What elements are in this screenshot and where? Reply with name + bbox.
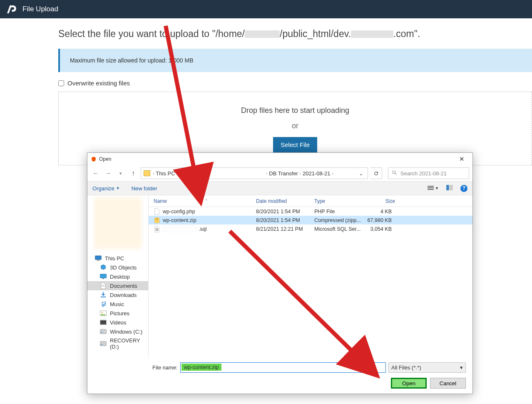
folder-icon — [100, 301, 107, 307]
svg-rect-17 — [100, 320, 107, 321]
nav-recent-button[interactable]: ▾ — [116, 168, 126, 178]
crumb-sep-icon: › — [332, 171, 333, 176]
tree-item-network[interactable]: ›Network — [87, 356, 148, 357]
cpanel-logo-icon — [7, 4, 17, 15]
file-open-dialog: Open ✕ ← → ▾ ↑ › This PC › Documents › ›… — [87, 152, 473, 394]
tree-item[interactable]: RECOVERY (D:) — [87, 336, 148, 351]
info-banner: Maximum file size allowed for upload: 1,… — [58, 49, 532, 72]
overwrite-checkbox-row[interactable]: Overwrite existing files — [58, 80, 532, 87]
tree-quick-access-blurred — [94, 197, 142, 249]
svg-rect-10 — [102, 278, 104, 279]
crumb-sep-icon: › — [209, 171, 210, 176]
organize-button[interactable]: Organize▼ — [92, 185, 120, 192]
file-filter-dropdown[interactable]: All Files (*.*) — [388, 362, 466, 373]
file-icon — [154, 208, 160, 215]
folder-icon — [100, 340, 107, 347]
file-row[interactable]: wp-config.php8/20/2021 1:54 PMPHP File4 … — [149, 207, 472, 216]
folder-icon — [100, 264, 107, 271]
new-folder-button[interactable]: New folder — [132, 185, 157, 192]
breadcrumb-item-redacted[interactable] — [212, 170, 264, 177]
svg-rect-8 — [97, 260, 99, 261]
upload-heading: Select the file you want to upload to "/… — [58, 28, 532, 40]
address-bar[interactable]: › This PC › Documents › › DB Transfer › … — [141, 167, 368, 179]
cancel-button[interactable]: Cancel — [430, 378, 466, 389]
col-name-header[interactable]: Name˄ — [149, 198, 256, 204]
svg-rect-19 — [100, 329, 107, 334]
search-input[interactable]: Search 2021-08-21 — [388, 167, 469, 179]
crumb-sep-icon: › — [266, 171, 267, 176]
dropzone-or: or — [59, 122, 532, 130]
breadcrumb-item[interactable]: Documents — [180, 170, 207, 177]
file-icon — [154, 217, 160, 224]
svg-rect-28 — [156, 229, 159, 229]
svg-rect-9 — [100, 274, 107, 278]
view-mode-button[interactable]: ▼ — [428, 186, 439, 191]
dialog-bottom: File name: wp-content.zip All Files (*.*… — [87, 357, 472, 394]
svg-rect-6 — [450, 185, 453, 190]
filename-value: wp-content.zip — [181, 364, 221, 371]
crumb-sep-icon: › — [153, 171, 154, 176]
refresh-icon — [373, 171, 379, 176]
file-row[interactable]: wp-content.zip8/20/2021 1:54 PMCompresse… — [149, 216, 472, 224]
col-size-header[interactable]: Size — [363, 198, 395, 204]
svg-rect-7 — [95, 256, 102, 259]
select-file-button[interactable]: Select File — [273, 137, 317, 152]
page-title: File Upload — [22, 5, 58, 13]
svg-rect-5 — [446, 185, 449, 190]
main-content: Select the file you want to upload to "/… — [0, 18, 532, 165]
heading-mid: /public_html/dev. — [280, 28, 351, 39]
this-pc-icon — [95, 255, 102, 262]
tree-item[interactable]: Windows (C:) — [87, 327, 148, 336]
preview-pane-button[interactable] — [446, 185, 453, 192]
list-header: Name˄ Date modified Type Size — [149, 195, 472, 207]
col-type-header[interactable]: Type — [314, 198, 363, 204]
svg-rect-18 — [100, 324, 107, 325]
file-row[interactable]: .sql8/21/2021 12:21 PMMicrosoft SQL Ser.… — [149, 224, 472, 233]
dialog-title: Open — [99, 156, 111, 162]
tree-item[interactable]: Desktop — [87, 272, 148, 281]
nav-back-button[interactable]: ← — [91, 168, 101, 178]
crumb-sep-icon: › — [300, 171, 301, 176]
tree-item[interactable]: Pictures — [87, 309, 148, 318]
svg-rect-21 — [100, 342, 107, 346]
tree-item[interactable]: Music — [87, 299, 148, 309]
svg-rect-29 — [156, 230, 159, 230]
svg-point-0 — [393, 171, 395, 174]
folder-icon — [100, 310, 107, 317]
breadcrumb-item[interactable]: 2021-08-21 — [303, 170, 331, 177]
search-icon — [392, 170, 397, 177]
open-button[interactable]: Open — [391, 378, 427, 389]
dialog-titlebar: Open ✕ — [87, 153, 472, 165]
nav-forward-button[interactable]: → — [103, 168, 113, 178]
filename-input[interactable]: wp-content.zip — [180, 362, 386, 373]
tree-item[interactable]: Videos — [87, 318, 148, 327]
svg-rect-22 — [101, 344, 102, 344]
addr-dropdown-icon[interactable]: ⌄ — [359, 170, 363, 177]
brave-icon — [91, 156, 97, 162]
folder-icon — [100, 273, 107, 280]
redacted-filename — [163, 226, 196, 232]
refresh-button[interactable] — [370, 167, 382, 179]
folder-icon — [100, 328, 107, 335]
col-date-header[interactable]: Date modified — [256, 198, 314, 204]
breadcrumb-item[interactable]: This PC — [156, 170, 175, 177]
help-button[interactable]: ? — [460, 185, 467, 192]
tree-item[interactable]: Documents — [87, 281, 148, 290]
svg-rect-13 — [101, 297, 106, 297]
overwrite-label: Overwrite existing files — [67, 80, 130, 87]
dialog-toolbar: Organize▼ New folder ▼ ? — [87, 181, 472, 195]
svg-point-15 — [102, 312, 103, 313]
heading-prefix: Select the file you want to upload to "/… — [58, 28, 245, 39]
tree-item-this-pc[interactable]: This PC — [87, 254, 148, 263]
tree-item[interactable]: 3D Objects — [87, 263, 148, 272]
close-button[interactable]: ✕ — [454, 154, 469, 165]
folder-icon — [100, 292, 107, 298]
overwrite-checkbox[interactable] — [58, 80, 64, 86]
breadcrumb-item[interactable]: DB Transfer — [269, 170, 298, 177]
folder-icon — [100, 282, 107, 289]
nav-up-button[interactable]: ↑ — [128, 168, 138, 178]
tree-item[interactable]: Downloads — [87, 290, 148, 299]
folder-icon — [100, 319, 107, 326]
folder-icon — [144, 170, 150, 176]
folder-tree[interactable]: This PC3D ObjectsDesktopDocumentsDownloa… — [87, 195, 149, 357]
